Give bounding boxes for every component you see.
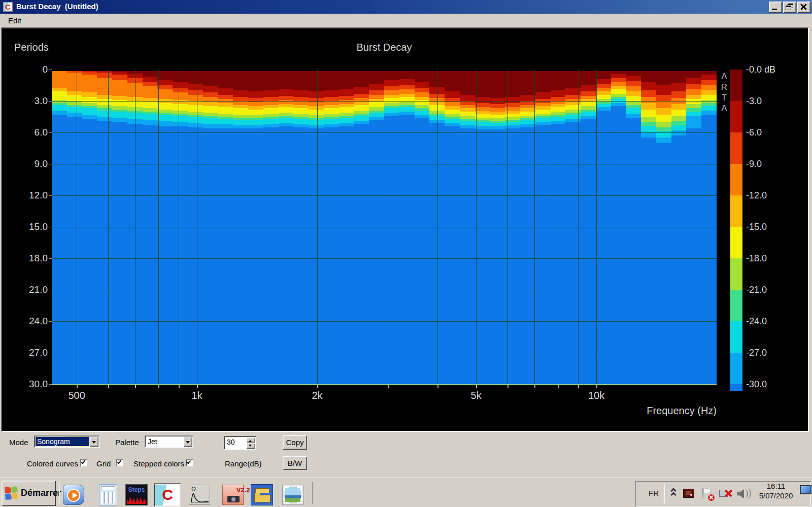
calculator-launcher[interactable] [97, 484, 119, 505]
watermark-letter: A [719, 71, 729, 82]
grid-label: Grid [96, 459, 111, 468]
y-tick [49, 227, 52, 227]
disconnected-tray-icon[interactable] [719, 487, 733, 501]
check-icon [187, 460, 191, 464]
colorbar-band [730, 101, 742, 132]
tray-clock[interactable]: 16:11 5/07/2020 [753, 481, 799, 500]
start-button[interactable]: Démarrer [2, 481, 56, 506]
colorbar-floor-band [730, 384, 742, 391]
mode-label: Mode [9, 438, 28, 447]
colorbar-band [730, 195, 742, 227]
limp-launcher[interactable]: Ω [188, 484, 211, 505]
minimize-button[interactable] [769, 2, 782, 13]
copy-button[interactable]: Copy [283, 435, 307, 450]
y-tick-label: 24.0 [5, 316, 48, 327]
x-tick-label: 500 [68, 390, 85, 401]
plot-panel: Periods Burst Decay 03.06.09.012.015.018… [1, 27, 809, 432]
folder-icon [251, 484, 273, 505]
arta-app-icon[interactable]: C [3, 2, 13, 12]
speaker-icon[interactable] [736, 487, 751, 501]
steps-icon: Steps [125, 484, 148, 505]
colorbar-label: -24.0 [746, 316, 802, 327]
chevron-down-icon [249, 445, 252, 448]
spin-up-button[interactable] [246, 437, 255, 443]
taskbar-divider [312, 482, 313, 504]
range-spinner[interactable]: 30 [224, 436, 256, 450]
steps-launcher[interactable]: Steps [125, 484, 148, 505]
colorbar-label: -9.0 [746, 158, 802, 170]
menu-edit[interactable]: Edit [5, 16, 24, 25]
palette-combobox[interactable]: Jet [145, 435, 193, 448]
checkbox-colored-curves[interactable] [80, 459, 87, 466]
colorbar [730, 70, 742, 391]
y-tick-label: 18.0 [5, 253, 48, 264]
mode-combobox-value[interactable]: Sonogram [36, 437, 89, 446]
colorbar-band [730, 227, 742, 258]
checkbox-stepped-colors[interactable] [186, 459, 193, 466]
chevron-down-icon [186, 441, 190, 446]
windows-logo-icon [5, 486, 19, 500]
mode-combobox[interactable]: Sonogram [34, 435, 99, 448]
palette-combobox-arrow[interactable] [183, 436, 192, 447]
image-viewer-launcher[interactable] [282, 484, 304, 505]
close-button[interactable] [797, 2, 810, 13]
spin-down-button[interactable] [246, 443, 255, 449]
range-db-label: Range(dB) [225, 459, 262, 468]
x-axis-title: Frequency (Hz) [510, 405, 717, 417]
y-tick [49, 321, 52, 322]
watermark-letter: T [719, 92, 729, 103]
arta-launcher[interactable]: C [154, 483, 181, 507]
range-spinner-value[interactable]: 30 [225, 437, 245, 448]
colorbar-label: -3.0 [746, 95, 802, 107]
clock-date: 5/07/2020 [753, 491, 799, 500]
x-tick-label: 10k [588, 390, 604, 401]
palette-combobox-value[interactable]: Jet [146, 437, 183, 446]
media-player-launcher[interactable] [62, 484, 85, 505]
security-flag-icon[interactable] [701, 487, 715, 501]
colorbar-band [730, 258, 742, 290]
y-tick [49, 164, 52, 164]
chevron-up-icon [249, 438, 252, 442]
tray-separator [664, 484, 665, 503]
colorbar-band [730, 321, 742, 353]
image-viewer-icon [282, 485, 303, 505]
window-buttons [768, 2, 810, 13]
checkbox-grid[interactable] [116, 459, 123, 466]
colorbar-band [730, 353, 742, 384]
y-tick-label: 21.0 [5, 284, 48, 295]
colorbar-label: -0.0 dB [746, 64, 802, 75]
y-tick-label: 3.0 [5, 95, 48, 107]
y-tick-label: 27.0 [5, 347, 48, 358]
stepped-colors-label: Stepped colors [133, 459, 184, 468]
sonogram-heatmap[interactable] [52, 70, 717, 388]
file-manager-launcher[interactable] [251, 484, 273, 505]
restore-button[interactable] [783, 2, 796, 13]
colorbar-label: -30.0 [746, 379, 802, 390]
colorbar-band [730, 164, 742, 195]
start-button-label: Démarrer [21, 488, 61, 498]
arta-icon: C [155, 485, 180, 505]
calculator-icon [99, 484, 117, 505]
screenshot-tray-icon[interactable] [682, 487, 696, 501]
show-desktop-icon[interactable] [800, 485, 811, 494]
y-tick [49, 101, 52, 102]
tray-expand-button[interactable] [669, 487, 679, 500]
language-indicator[interactable]: FR [649, 489, 659, 497]
colorbar-band [730, 132, 742, 164]
palette-label: Palette [115, 438, 139, 447]
arta-burst-decay-window: C Burst Decay (Untitled) Edit Periods Bu… [0, 0, 812, 507]
colorbar-band [730, 290, 742, 321]
colored-curves-label: Colored curves [27, 459, 78, 468]
x-tick-label: 5k [471, 390, 482, 401]
v22-camera-icon: V2.2 [222, 485, 244, 505]
chart-title: Burst Decay [52, 42, 717, 53]
y-tick [49, 384, 52, 385]
bw-button[interactable]: B/W [283, 456, 307, 470]
watermark-letter: A [719, 103, 729, 114]
mode-combobox-arrow[interactable] [89, 436, 98, 447]
y-tick-label: 15.0 [5, 221, 48, 232]
colorbar-label: -12.0 [746, 190, 802, 201]
colorbar-label: -15.0 [746, 221, 802, 232]
colorbar-band [730, 70, 742, 101]
v22-launcher[interactable]: V2.2 [222, 484, 244, 505]
